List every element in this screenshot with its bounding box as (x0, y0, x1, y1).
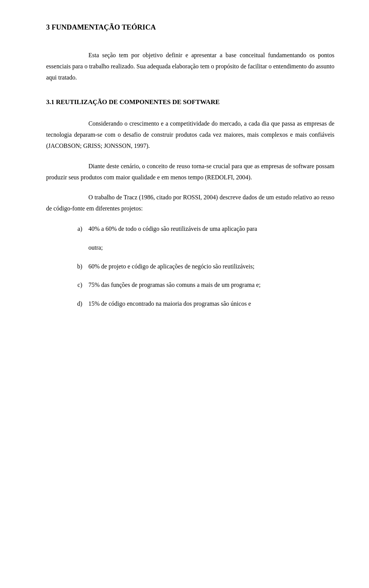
list-item-a-continued: outra; (46, 242, 334, 253)
list-item-b: b) 60% de projeto e código de aplicações… (46, 261, 334, 272)
list-content-a: 40% a 60% de todo o código são reutilizá… (88, 224, 334, 235)
chapter-title: 3 FUNDAMENTAÇÃO TEÓRICA (46, 23, 334, 31)
list-label-a: a) (46, 224, 88, 235)
list-content-b: 60% de projeto e código de aplicações de… (88, 261, 334, 272)
section1-paragraph2: Diante deste cenário, o conceito de reus… (46, 161, 334, 183)
intro-paragraph: Esta seção tem por objetivo definir e ap… (46, 50, 334, 83)
list-container: a) 40% a 60% de todo o código são reutil… (46, 224, 334, 310)
page: 3 FUNDAMENTAÇÃO TEÓRICA Esta seção tem p… (0, 0, 369, 588)
section1-paragraph3: O trabalho de Tracz (1986, citado por RO… (46, 192, 334, 214)
list-label-c: c) (46, 280, 88, 291)
list-content-c: 75% das funções de programas são comuns … (88, 280, 334, 291)
list-label-d: d) (46, 298, 88, 310)
list-content-d: 15% de código encontrado na maioria dos … (88, 298, 334, 310)
list-label-b: b) (46, 261, 88, 272)
section1-paragraph1: Considerando o crescimento e a competiti… (46, 118, 334, 151)
section1-title: 3.1 REUTILIZAÇÃO DE COMPONENTES DE SOFTW… (46, 98, 334, 106)
list-item-a: a) 40% a 60% de todo o código são reutil… (46, 224, 334, 235)
list-item-d: d) 15% de código encontrado na maioria d… (46, 298, 334, 310)
list-item-c: c) 75% das funções de programas são comu… (46, 280, 334, 291)
